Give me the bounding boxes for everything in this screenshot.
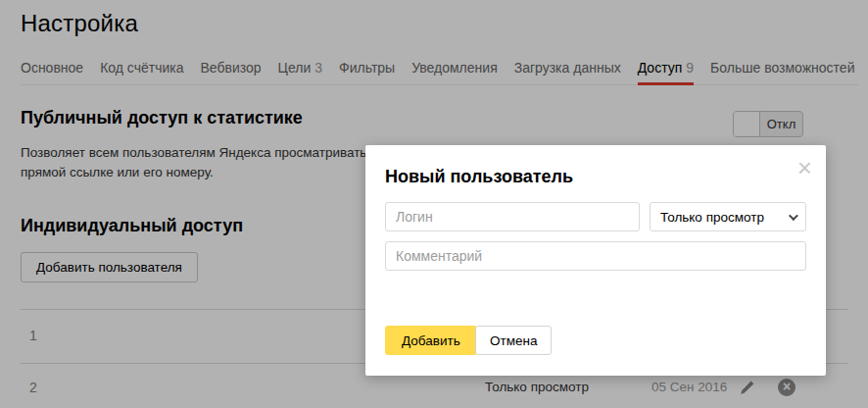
close-icon[interactable]: × xyxy=(797,155,812,180)
login-input[interactable] xyxy=(385,202,640,231)
access-select-value: Только просмотр xyxy=(660,210,789,225)
modal-title: Новый пользователь xyxy=(385,167,573,187)
modal-add-button[interactable]: Добавить xyxy=(385,326,477,355)
access-level-select[interactable]: Только просмотр xyxy=(650,202,806,231)
chevron-down-icon xyxy=(789,211,798,221)
settings-page: Настройка Основное Код счётчика Вебвизор… xyxy=(0,0,868,408)
comment-input[interactable] xyxy=(385,241,806,271)
new-user-modal: Новый пользователь × Только просмотр Доб… xyxy=(365,145,826,376)
modal-cancel-button[interactable]: Отмена xyxy=(475,326,552,355)
